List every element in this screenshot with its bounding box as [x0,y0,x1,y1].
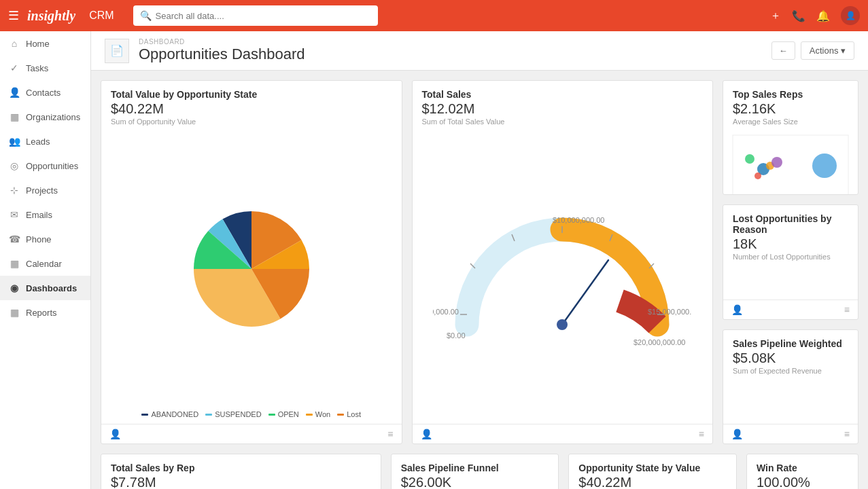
footer-person-icon: 👤 [109,429,121,439]
card-total-sales-rep: Total Sales by Rep $7.78M Sum of Opportu… [101,454,381,489]
legend-label-suspended: SUSPENDED [215,410,261,418]
svg-point-20 [812,153,837,178]
sidebar-label-reports: Reports [26,308,57,318]
actions-button[interactable]: Actions ▾ [801,41,854,60]
card-total-sales-footer: 👤 ≡ [413,424,713,443]
search-bar[interactable]: 🔍 [133,5,378,26]
svg-text:$0.00: $0.00 [447,331,466,340]
footer-list-icon2: ≡ [699,429,704,439]
card-total-value-title: Total Value by Opportunity State [111,89,392,100]
card-lost-opps-value: 18K [733,236,848,252]
scatter-chart [729,132,852,196]
card-opp-state-header: Opportunity State by Value $40.22M Sum o… [569,454,736,489]
card-lost-opps-title: Lost Opportunities by Reason [733,213,848,235]
svg-point-13 [557,319,568,330]
card-total-sales-header: Total Sales $12.02M Sum of Total Sales V… [413,81,713,130]
legend-dot-abandoned [141,414,148,416]
page-header: 📄 DASHBOARD Opportunities Dashboard ← Ac… [91,31,868,71]
sidebar-item-phone[interactable]: ☎ Phone [0,227,90,251]
avatar[interactable]: 👤 [841,6,860,25]
legend-label-lost: Lost [347,410,361,418]
logo: insightly [27,8,75,24]
sidebar-item-dashboards[interactable]: ◉ Dashboards [0,276,90,300]
svg-point-19 [771,157,782,168]
sidebar-label-opportunities: Opportunities [26,161,78,171]
sidebar-label-phone: Phone [26,234,52,244]
card-lost-opps-body [723,265,858,299]
sidebar-label-leads: Leads [26,137,50,147]
card-lost-opps-header: Lost Opportunities by Reason 18K Number … [723,205,858,265]
hamburger-icon[interactable]: ☰ [8,8,19,23]
sidebar-item-home[interactable]: ⌂ Home [0,31,90,56]
card-top-sales-body [723,130,858,195]
card-lost-opps-subtitle: Number of Lost Opportunities [733,253,848,261]
sidebar-item-calendar[interactable]: ▦ Calendar [0,251,90,276]
card-win-rate: Win Rate 100.00% Average of Win Rate 👤 ≡ [746,454,858,489]
page-header-icon: 📄 [105,39,129,63]
home-icon: ⌂ [8,38,20,49]
back-button[interactable]: ← [771,41,795,60]
card-opp-state-title: Opportunity State by Value [578,463,727,473]
sidebar-item-organizations[interactable]: ▦ Organizations [0,105,90,129]
footer-list-icon: ≡ [387,429,393,439]
card-total-sales-body: $10,000,000.00 $15,000,000.00 $0.00 $20,… [413,130,713,424]
footer-list-icon4: ≡ [844,304,850,315]
card-sales-funnel-value: $26.00K [401,475,549,489]
legend-abandoned: ABANDONED [141,410,198,418]
add-icon[interactable]: ＋ [770,9,781,23]
card-sales-funnel: Sales Pipeline Funnel $26.00K Sum of Opp… [391,454,559,489]
svg-text:$20,000,000.00: $20,000,000.00 [633,338,685,346]
card-total-value-header: Total Value by Opportunity State $40.22M… [101,81,402,130]
sidebar-item-projects[interactable]: ⊹ Projects [0,178,90,202]
top-nav: ☰ insightly CRM 🔍 ＋ 📞 🔔 👤 [0,0,868,31]
card-top-sales-subtitle: Average Sales Size [733,117,848,126]
svg-line-12 [562,260,608,325]
card-total-sales-rep-title: Total Sales by Rep [111,463,371,473]
contacts-icon: 👤 [8,87,20,98]
sidebar-label-projects: Projects [26,185,58,196]
legend-dot-open [268,414,275,416]
opportunities-icon: ◎ [8,160,20,171]
svg-text:$10,000,000.00: $10,000,000.00 [553,216,604,224]
bottom-row: Total Sales by Rep $7.78M Sum of Opportu… [101,454,858,489]
card-total-sales-title: Total Sales [422,89,704,100]
card-lost-opps-footer: 👤 ≡ [723,300,858,319]
header-actions: ← Actions ▾ [771,41,854,60]
search-input[interactable] [156,11,371,21]
footer-person-icon4: 👤 [731,304,743,315]
legend-label-abandoned: ABANDONED [151,410,198,418]
footer-person-icon2: 👤 [421,429,432,439]
card-win-rate-header: Win Rate 100.00% Average of Win Rate [747,454,858,489]
leads-icon: 👥 [8,136,20,147]
card-win-rate-value: 100.00% [757,475,848,489]
legend-suspended: SUSPENDED [205,410,261,418]
bell-icon[interactable]: 🔔 [816,10,830,22]
sidebar-item-contacts[interactable]: 👤 Contacts [0,80,90,105]
card-sales-funnel-title: Sales Pipeline Funnel [401,463,549,473]
legend-won: Won [306,410,330,418]
svg-text:$5,000,000.00: $5,000,000.00 [433,308,459,316]
card-lost-opps: Lost Opportunities by Reason 18K Number … [723,204,858,319]
card-total-sales-rep-value: $7.78M [111,475,371,489]
card-top-sales-header: Top Sales Reps $2.16K Average Sales Size [723,81,858,130]
phone-icon[interactable]: 📞 [792,10,805,22]
card-total-value-value: $40.22M [111,101,392,117]
sidebar-label-organizations: Organizations [26,112,80,122]
main-layout: ⌂ Home ✓ Tasks 👤 Contacts ▦ Organization… [0,31,868,489]
footer-list-icon5: ≡ [844,429,850,439]
card-total-value-body [101,130,402,408]
svg-point-15 [745,154,754,164]
reports-icon: ▦ [8,307,20,318]
sidebar-item-opportunities[interactable]: ◎ Opportunities [0,153,90,178]
sidebar-item-reports[interactable]: ▦ Reports [0,300,90,325]
sidebar-item-emails[interactable]: ✉ Emails [0,202,90,227]
sidebar-item-tasks[interactable]: ✓ Tasks [0,56,90,80]
card-sales-pipeline-value: $5.08K [733,350,848,366]
sidebar-label-home: Home [26,39,50,49]
sidebar: ⌂ Home ✓ Tasks 👤 Contacts ▦ Organization… [0,31,91,489]
sidebar-label-dashboards: Dashboards [26,283,77,293]
legend-label-open: OPEN [278,410,299,418]
page-header-text: DASHBOARD Opportunities Dashboard [139,38,762,63]
legend-label-won: Won [315,410,330,418]
sidebar-item-leads[interactable]: 👥 Leads [0,129,90,153]
